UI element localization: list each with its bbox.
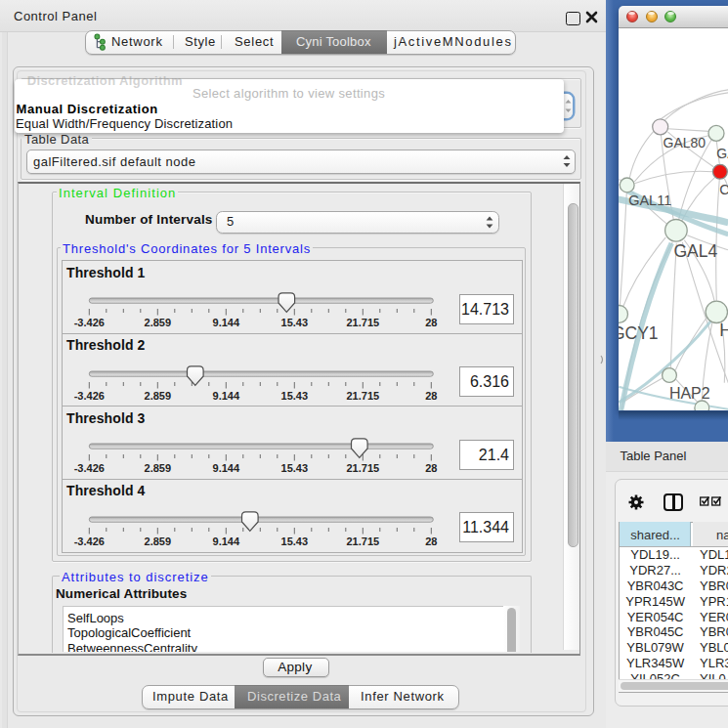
svg-text:9.144: 9.144: [212, 389, 239, 401]
svg-text:-3.426: -3.426: [73, 317, 104, 328]
svg-text:21.715: 21.715: [346, 462, 379, 474]
svg-text:15.43: 15.43: [280, 462, 308, 474]
svg-text:21.715: 21.715: [346, 389, 379, 401]
svg-text:2.859: 2.859: [144, 535, 171, 546]
svg-text:9.144: 9.144: [212, 462, 239, 474]
svg-text:28: 28: [425, 462, 437, 474]
svg-text:HAP2: HAP2: [669, 385, 710, 402]
svg-text:9.144: 9.144: [212, 317, 239, 328]
svg-text:2.859: 2.859: [144, 462, 171, 474]
svg-text:28: 28: [425, 535, 437, 546]
svg-text:2.859: 2.859: [144, 389, 171, 401]
svg-text:15.43: 15.43: [280, 389, 308, 401]
svg-text:GAL11: GAL11: [628, 193, 671, 208]
svg-text:15.43: 15.43: [280, 317, 308, 328]
svg-text:-3.426: -3.426: [73, 389, 104, 401]
svg-text:15.43: 15.43: [280, 535, 308, 546]
svg-text:28: 28: [425, 317, 437, 328]
svg-text:21.715: 21.715: [346, 317, 379, 328]
svg-text:GAL4: GAL4: [673, 241, 717, 261]
svg-text:GCY1: GCY1: [619, 323, 659, 343]
svg-text:28: 28: [425, 389, 437, 401]
svg-text:9.144: 9.144: [212, 535, 239, 546]
svg-text:C: C: [719, 182, 728, 197]
svg-text:-3.426: -3.426: [73, 535, 104, 546]
svg-text:-3.426: -3.426: [73, 462, 104, 474]
svg-text:GAL80: GAL80: [663, 135, 706, 150]
svg-text:2.859: 2.859: [144, 317, 171, 328]
svg-text:21.715: 21.715: [346, 535, 379, 546]
svg-text:GA: GA: [716, 146, 728, 161]
svg-text:H: H: [719, 321, 728, 340]
